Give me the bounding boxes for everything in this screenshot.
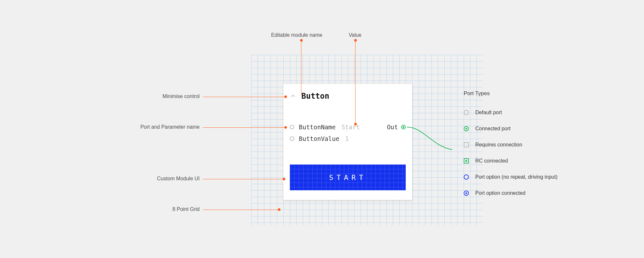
module-header: Button (290, 92, 406, 101)
start-button[interactable]: START (290, 164, 406, 190)
start-button-label: START (329, 174, 366, 182)
legend-item-port-option: Port option (no repeat, driving input) (464, 169, 599, 185)
callout-dot (284, 95, 287, 98)
connected-port-icon (464, 126, 469, 131)
callout-8-point-grid: 8 Point Grid (129, 206, 200, 212)
param-value-input[interactable] (345, 135, 406, 143)
callout-custom-module-ui: Custom Module UI (129, 176, 200, 182)
legend-label: Requires connection (475, 142, 522, 148)
legend-item-connected-port: Connected port (464, 121, 599, 137)
port-icon[interactable] (290, 136, 294, 141)
output-port-icon[interactable] (401, 125, 406, 129)
diagram-canvas: Button ButtonName Out ButtonValue START … (0, 0, 644, 258)
legend-label: Default port (475, 110, 502, 115)
param-value-input[interactable] (341, 123, 387, 131)
connection-wire (407, 124, 455, 156)
rc-connected-icon (464, 158, 469, 164)
port-option-icon (464, 174, 469, 180)
callout-dot (354, 123, 357, 125)
callout-line (203, 179, 283, 179)
callout-dot (283, 178, 285, 180)
legend-label: RC connected (475, 158, 508, 164)
port-types-legend: Port Types Default port Connected port R… (464, 90, 599, 201)
default-port-icon (464, 110, 469, 115)
callout-dot (284, 126, 287, 129)
param-row-button-name: ButtonName Out (290, 123, 406, 132)
legend-item-rc-connected: RC connected (464, 153, 599, 169)
callout-dot (354, 39, 357, 42)
legend-item-default-port: Default port (464, 104, 599, 121)
callout-dot (278, 208, 280, 211)
minimise-icon[interactable] (290, 93, 296, 99)
requires-connection-icon (464, 142, 469, 147)
port-option-connected-icon (464, 191, 469, 196)
callout-line (301, 40, 301, 95)
legend-item-port-option-connected: Port option connected (464, 185, 599, 201)
param-name-label: ButtonName (299, 124, 336, 131)
callout-port-and-parameter-name: Port and Parameter name (113, 124, 200, 130)
param-row-button-value: ButtonValue (290, 134, 406, 143)
legend-label: Port option connected (475, 190, 526, 196)
legend-item-requires-connection: Requires connection (464, 137, 599, 153)
param-name-label: ButtonValue (299, 135, 339, 142)
callout-value: Value (349, 32, 362, 38)
callout-line (203, 97, 285, 97)
module-title[interactable]: Button (301, 92, 329, 101)
output-port-label: Out (387, 124, 398, 131)
callout-line (355, 40, 355, 124)
callout-line (203, 210, 279, 210)
callout-editable-module-name: Editable module name (271, 32, 322, 38)
module-card[interactable]: Button ButtonName Out ButtonValue START (283, 84, 412, 200)
legend-label: Port option (no repeat, driving input) (475, 174, 557, 180)
callout-dot (300, 39, 303, 42)
port-icon[interactable] (290, 125, 294, 129)
callout-line (203, 127, 285, 128)
callout-minimise-control: Minimise control (129, 94, 200, 99)
legend-label: Connected port (475, 126, 510, 132)
legend-title: Port Types (464, 90, 599, 97)
